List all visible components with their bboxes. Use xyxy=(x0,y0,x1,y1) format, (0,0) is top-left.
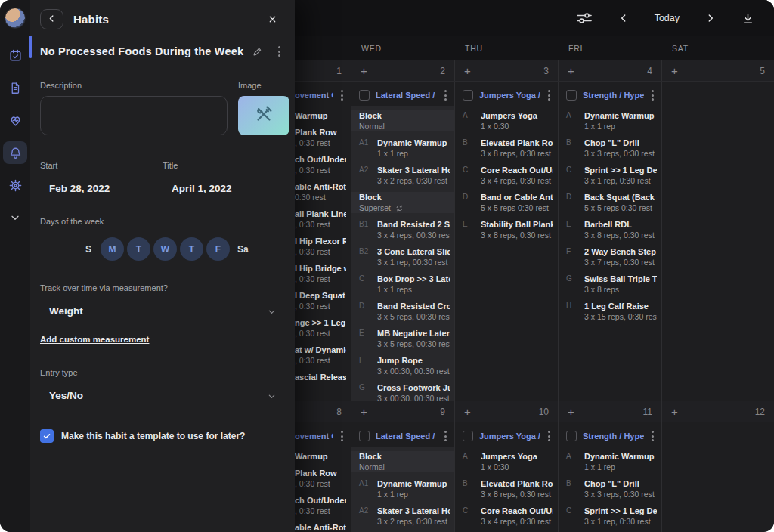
exercise-info: ch Out/Under, 0:30 rest xyxy=(295,495,346,516)
exercise-info: Barbell RDL3 x 8 reps, 0:30 rest xyxy=(584,219,657,240)
start-date-value[interactable]: Feb 28, 2022 xyxy=(40,183,163,194)
previous-week-button[interactable] xyxy=(618,13,629,23)
kebab-icon[interactable] xyxy=(650,88,655,102)
day-toggle-t-2[interactable]: T xyxy=(127,237,150,261)
exercise-name: all Plank Linear ... xyxy=(295,209,346,219)
add-custom-measurement-link[interactable]: Add custom measurement xyxy=(40,335,149,344)
day-toggle-w-3[interactable]: W xyxy=(153,237,177,261)
workout-title[interactable]: Lateral Speed / Plyo xyxy=(376,431,437,441)
add-event-button[interactable]: + xyxy=(361,406,367,417)
entry-type-select[interactable]: Yes/No xyxy=(40,388,285,402)
day-header-sat: SAT xyxy=(661,36,774,60)
exercise-info: Box Drop >> 3 Lateral H...1 x 1 reps xyxy=(377,274,450,295)
template-checkbox[interactable] xyxy=(40,429,54,443)
sidebar-item-health[interactable] xyxy=(3,109,27,131)
add-event-button[interactable]: + xyxy=(568,406,574,417)
add-event-button[interactable]: + xyxy=(671,65,678,76)
exercise-name: Plank Row xyxy=(295,468,346,478)
day-toggle-m-1[interactable]: M xyxy=(101,237,124,261)
day-column-wed: Lateral Speed / PlyoBlockNormalA1Dynamic… xyxy=(351,422,454,532)
panel-title: Habits xyxy=(73,13,109,26)
add-event-button[interactable]: + xyxy=(464,406,471,417)
workout-title[interactable]: Strength / Hypertro... xyxy=(583,91,644,100)
today-button[interactable]: Today xyxy=(655,13,680,23)
exercise-name: ascial Release C... xyxy=(295,372,346,382)
close-icon[interactable] xyxy=(265,11,280,27)
filter-sliders-icon[interactable] xyxy=(576,12,593,24)
exercise-info: Chop "L" Drill3 x 3 reps, 0:30 rest xyxy=(584,138,657,159)
calendar-week-1: +1+2+3+4+5ovement Q...WarmupPlank Row, 0… xyxy=(247,60,774,401)
workout-checkbox[interactable] xyxy=(359,431,370,441)
exercise-scheme: 3 x 8 reps, 0:30 rest xyxy=(481,148,553,159)
exercise-name: Dynamic Warmup xyxy=(377,138,450,148)
heart-pulse-icon xyxy=(8,113,23,128)
day-toggle-s-0[interactable]: S xyxy=(79,244,98,255)
exercise-name: Cross Footwork Jump Rope xyxy=(377,382,450,393)
exercise-item: EBarbell RDL3 x 8 reps, 0:30 rest xyxy=(559,219,661,240)
description-label: Description xyxy=(40,81,228,90)
workout-title[interactable]: ovement Q... xyxy=(295,431,333,441)
workout-checkbox[interactable] xyxy=(566,90,577,101)
exercise-info: Elevated Plank Row3 x 8 reps, 0:30 rest xyxy=(481,138,553,159)
kebab-icon[interactable] xyxy=(650,429,655,443)
exercise-scheme: 3 x 4 reps, 0:30 rest xyxy=(481,516,553,527)
exercise-item: AJumpers Yoga1 x 0:30 xyxy=(455,110,558,131)
kebab-icon[interactable] xyxy=(443,429,448,443)
exercise-item: BElevated Plank Row3 x 8 reps, 0:30 rest xyxy=(455,478,558,500)
exercise-scheme: 3 x 8 reps xyxy=(584,284,657,295)
description-input[interactable] xyxy=(40,96,228,135)
exercise-name: able Anti-Rotati... xyxy=(295,181,346,192)
exercise-name: Back Squat (Back Off Set) xyxy=(584,192,657,203)
day-number-row: +8+9+10+11+12 xyxy=(247,401,774,422)
pencil-icon[interactable] xyxy=(251,45,265,58)
block-header: BlockSuperset xyxy=(351,192,454,213)
workout-checkbox[interactable] xyxy=(463,431,473,441)
kebab-icon[interactable] xyxy=(546,429,552,443)
measurement-select[interactable]: Weight xyxy=(40,304,285,317)
day-cell-9: +9 xyxy=(351,401,454,422)
back-button[interactable] xyxy=(40,9,63,29)
kebab-icon[interactable] xyxy=(277,45,282,58)
exercise-name: ch Out/Under xyxy=(295,495,346,506)
exercise-scheme: , 0:30 rest xyxy=(295,478,346,489)
next-week-button[interactable] xyxy=(705,13,716,23)
sidebar-item-notifications[interactable] xyxy=(3,141,27,164)
workout-checkbox[interactable] xyxy=(566,431,577,441)
workout-title[interactable]: Jumpers Yoga / Core xyxy=(479,431,540,441)
sidebar-item-settings[interactable] xyxy=(3,174,27,196)
exercise-item: A2Skater 3 Lateral Hops >> ...3 x 2 reps… xyxy=(351,506,454,527)
user-avatar[interactable] xyxy=(5,8,26,29)
add-event-button[interactable]: + xyxy=(671,406,678,417)
exercise-label: B xyxy=(463,478,481,500)
day-toggle-t-4[interactable]: T xyxy=(180,237,203,261)
workout-checkbox[interactable] xyxy=(463,90,473,101)
exercise-scheme: , 0:30 rest xyxy=(295,165,346,175)
exercise-info: Plank Row, 0:30 rest xyxy=(295,468,346,489)
kebab-icon[interactable] xyxy=(339,429,345,443)
exercise-info: Stability Ball Plank Linear ...3 x 8 rep… xyxy=(481,219,553,240)
add-event-button[interactable]: + xyxy=(464,65,471,76)
exercise-name: Skater 3 Lateral Hops >> ... xyxy=(377,165,450,175)
day-toggle-f-5[interactable]: F xyxy=(206,237,230,261)
workout-title[interactable]: Jumpers Yoga / Core xyxy=(479,91,540,100)
sidebar-expand[interactable] xyxy=(3,206,27,229)
kebab-icon[interactable] xyxy=(339,88,345,102)
kebab-icon[interactable] xyxy=(546,88,552,102)
habit-image-tile[interactable] xyxy=(238,96,289,135)
exercise-name: Jumpers Yoga xyxy=(481,451,553,462)
add-event-button[interactable]: + xyxy=(568,65,574,76)
kebab-icon[interactable] xyxy=(443,88,448,102)
workout-checkbox[interactable] xyxy=(359,90,370,101)
day-toggle-sa-6[interactable]: Sa xyxy=(237,244,249,255)
download-icon[interactable] xyxy=(741,12,754,25)
workout-title[interactable]: Strength / Hypertro... xyxy=(583,431,644,441)
sidebar-item-calendar[interactable] xyxy=(3,44,27,66)
workout-title[interactable]: Lateral Speed / Plyo xyxy=(376,91,437,100)
exercise-info: ascial Release C... xyxy=(295,372,346,382)
workout-title[interactable]: ovement Q... xyxy=(295,91,333,100)
add-event-button[interactable]: + xyxy=(361,65,367,76)
end-date-value[interactable]: April 1, 2022 xyxy=(163,183,285,194)
sidebar-item-documents[interactable] xyxy=(3,76,27,99)
exercise-info: Sprint >> 1 Leg Declarations3 x 1 rep, 0… xyxy=(584,506,657,527)
exercise-label: H xyxy=(566,301,584,322)
